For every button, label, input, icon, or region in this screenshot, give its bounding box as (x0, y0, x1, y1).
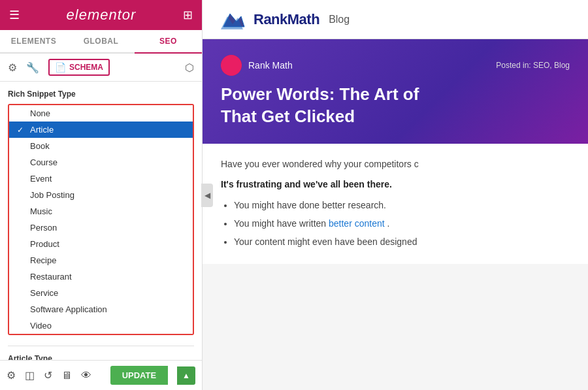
hero-section: Rank Math Posted in: SEO, Blog Power Wor… (203, 39, 588, 144)
better-content-link[interactable]: better content (329, 218, 385, 229)
snippet-job-posting[interactable]: Job Posting (9, 187, 193, 203)
list-item: You might have done better research. (234, 196, 570, 214)
responsive-icon[interactable]: 🖥 (61, 370, 72, 382)
snippet-product[interactable]: Product (9, 236, 193, 252)
site-header: RankMath Blog (203, 0, 588, 39)
article-label: Article (30, 125, 54, 135)
tab-elements[interactable]: ELEMENTS (0, 30, 67, 54)
snippet-software[interactable]: Software Application (9, 301, 193, 317)
collapse-panel-button[interactable]: ◀ (201, 184, 213, 207)
article-type-label: Article Type (8, 354, 194, 360)
hero-title-line2: That Get Clicked (221, 106, 355, 126)
none-label: None (30, 108, 50, 118)
rich-snippet-label: Rich Snippet Type (8, 89, 194, 99)
book-label: Book (30, 141, 50, 151)
tab-global[interactable]: GLOBAL (67, 30, 135, 54)
music-label: Music (30, 206, 52, 216)
snippet-article[interactable]: ✓ Article (9, 122, 193, 138)
site-title: RankMath (253, 11, 319, 28)
recipe-label: Recipe (30, 255, 56, 265)
hero-title: Power Words: The Art of That Get Clicked (221, 84, 570, 128)
eye-icon[interactable]: 👁 (81, 370, 91, 382)
snippet-video[interactable]: Video (9, 317, 193, 334)
job-label: Job Posting (30, 190, 74, 200)
snippet-recipe[interactable]: Recipe (9, 252, 193, 268)
posted-in: Posted in: SEO, Blog (496, 61, 570, 70)
event-label: Event (30, 174, 52, 184)
hero-title-line1: Power Words: The Art of (221, 84, 419, 104)
article-intro: Have you ever wondered why your competit… (221, 157, 570, 171)
right-panel: RankMath Blog Rank Math Posted in: SEO, … (203, 0, 588, 390)
settings-bottom-icon[interactable]: ⚙ (7, 369, 16, 382)
article-type-section: Article Type (8, 346, 194, 360)
rankmath-logo-icon (218, 7, 246, 32)
bottom-bar: ⚙ ◫ ↺ 🖥 👁 UPDATE ▲ (0, 360, 202, 390)
article-check: ✓ (17, 125, 26, 135)
course-label: Course (30, 157, 57, 167)
blog-content: Rank Math Posted in: SEO, Blog Power Wor… (203, 39, 588, 264)
snippet-person[interactable]: Person (9, 219, 193, 236)
snippet-music[interactable]: Music (9, 203, 193, 219)
snippet-restaurant[interactable]: Restaurant (9, 268, 193, 285)
product-label: Product (30, 239, 59, 249)
hero-meta: Rank Math Posted in: SEO, Blog (221, 55, 570, 76)
list-item: Your content might even have been design… (234, 233, 570, 251)
document-icon: 📄 (55, 62, 66, 73)
update-button[interactable]: UPDATE (110, 366, 168, 385)
elementor-logo: elementor (67, 7, 137, 24)
video-label: Video (30, 321, 52, 331)
author-avatar (221, 55, 242, 76)
top-bar: ☰ elementor ⊞ (0, 0, 202, 30)
software-label: Software Application (30, 304, 107, 314)
avatar-image (221, 55, 242, 76)
sub-toolbar: ⚙ 🔧 📄 SCHEMA ⬡ (0, 54, 202, 82)
rich-snippet-dropdown: None ✓ Article Book Course Event Job Pos… (8, 104, 194, 335)
hamburger-icon[interactable]: ☰ (9, 8, 20, 22)
snippet-event[interactable]: Event (9, 171, 193, 187)
list-item-suffix: . (387, 218, 390, 229)
grid-icon[interactable]: ⊞ (183, 8, 193, 22)
article-body: Have you ever wondered why your competit… (203, 144, 588, 264)
article-bold-text: It's frustrating and we've all been ther… (221, 179, 570, 189)
snippet-none[interactable]: None (9, 105, 193, 122)
schema-button[interactable]: 📄 SCHEMA (48, 59, 110, 76)
service-label: Service (30, 288, 58, 298)
list-item-text: You might have written (234, 218, 329, 229)
update-dropdown-button[interactable]: ▲ (177, 366, 195, 385)
history-icon[interactable]: ↺ (44, 369, 52, 382)
settings-icon[interactable]: ⚙ (8, 61, 17, 74)
collapse-icon: ◀ (204, 191, 210, 200)
tab-seo[interactable]: SEO (135, 30, 202, 54)
snippet-course[interactable]: Course (9, 154, 193, 171)
article-list: You might have done better research. You… (221, 196, 570, 251)
left-panel: ☰ elementor ⊞ ELEMENTS GLOBAL SEO ⚙ 🔧 📄 … (0, 0, 203, 390)
author-name: Rank Math (248, 60, 293, 71)
site-subtitle: Blog (329, 14, 350, 25)
restaurant-label: Restaurant (30, 272, 72, 282)
share-icon[interactable]: ⬡ (185, 61, 194, 74)
layers-icon[interactable]: ◫ (25, 369, 35, 382)
nav-tabs: ELEMENTS GLOBAL SEO (0, 30, 202, 54)
panel-content: Rich Snippet Type None ✓ Article Book Co… (0, 82, 202, 360)
list-item: You might have written better content . (234, 214, 570, 233)
snippet-service[interactable]: Service (9, 285, 193, 301)
schema-label: SCHEMA (69, 63, 103, 72)
snippet-book[interactable]: Book (9, 138, 193, 154)
wrench-icon[interactable]: 🔧 (26, 61, 39, 74)
person-label: Person (30, 223, 57, 233)
